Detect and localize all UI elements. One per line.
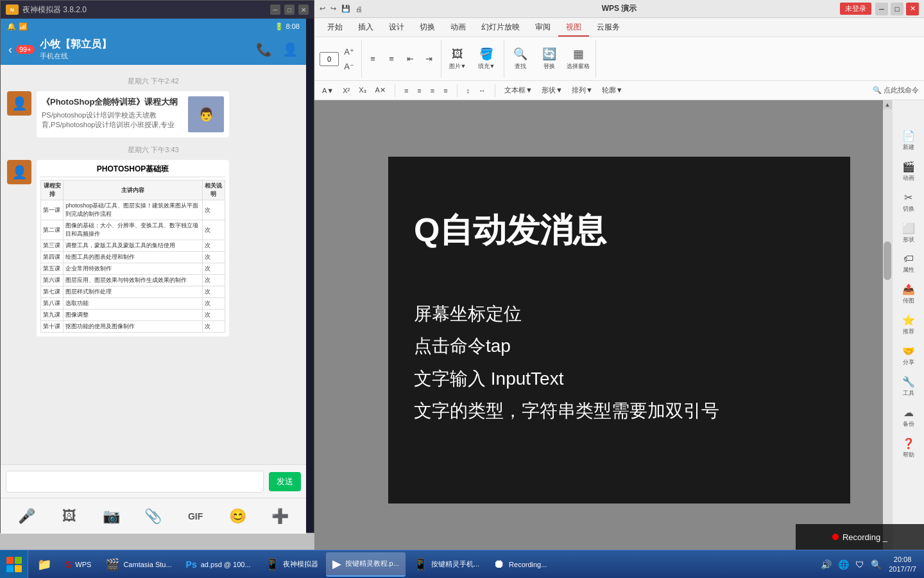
wechat-send-btn[interactable]: 发送 [269, 472, 301, 491]
sidebar-help[interactable]: ❓ 帮助 [894, 434, 923, 463]
sidebar-transition[interactable]: ✂ 切换 [894, 188, 923, 217]
replace-btn[interactable]: 🔄 替换 [536, 41, 563, 77]
sidebar-backup[interactable]: ☁ 备份 [894, 403, 923, 432]
taskbar-camtasia[interactable]: 🎬 Camtasia Stu... [99, 552, 178, 577]
sidebar-recommend[interactable]: ⭐ 推荐 [894, 310, 923, 340]
sidebar-upload[interactable]: 📤 传图 [894, 279, 923, 309]
find-command-hint[interactable]: 🔍 点此找命令 [873, 85, 919, 95]
table-row: 第二课图像的基础：大小、分辨率、变换工具、数字独立项目和高频操作次 [41, 220, 225, 240]
sidebar-new[interactable]: 📄 新建 [894, 126, 923, 155]
superscript-btn[interactable]: X² [340, 85, 352, 96]
tab-design[interactable]: 设计 [381, 19, 412, 37]
wechat-header-icons: 📞 👤 [256, 42, 298, 57]
subscript-btn[interactable]: X₂ [356, 85, 368, 96]
clear-format-btn[interactable]: A✕ [373, 85, 388, 96]
align-right-btn[interactable]: ≡ [428, 85, 437, 96]
text-format-btn[interactable]: A▼ [320, 85, 336, 96]
wechat-text-input[interactable] [6, 471, 264, 493]
char-spacing-btn[interactable]: ↔ [476, 85, 488, 96]
taskbar-anjian-phone[interactable]: 📱 按键精灵手机... [407, 552, 486, 577]
tab-view[interactable]: 视图 [558, 19, 589, 37]
wps-close-btn[interactable]: ✕ [906, 3, 919, 15]
camera-icon[interactable]: 📷 [101, 506, 121, 527]
text-style-btn[interactable]: 文本框▼ [502, 84, 535, 96]
justify-btn[interactable]: ≡ [441, 85, 450, 96]
redo-icon[interactable]: ↪ [330, 4, 336, 13]
sidebar-animation[interactable]: 🎬 动画 [894, 157, 923, 186]
nox-restore-btn[interactable]: □ [284, 4, 295, 15]
scroll-up-btn[interactable]: ▲ [883, 100, 892, 109]
align-left-btn[interactable]: ≡ [402, 85, 411, 96]
more-icon[interactable]: ➕ [270, 506, 290, 527]
fill-btn[interactable]: 🪣 填充▼ [473, 41, 500, 77]
sidebar-shape[interactable]: ⬜ 形状 [894, 218, 923, 248]
sidebar-tools[interactable]: 🔧 工具 [894, 372, 923, 401]
gif-icon[interactable]: GIF [185, 506, 206, 527]
taskbar-nox[interactable]: 📱 夜神模拟器 [259, 552, 325, 577]
tray-clock[interactable]: 20:08 2017/7/7 [886, 555, 919, 574]
file-icon[interactable]: 📎 [143, 506, 164, 527]
tab-animation[interactable]: 动画 [443, 19, 474, 37]
sidebar-share[interactable]: 🤝 分享 [894, 341, 923, 371]
search-tray-icon[interactable]: 🔍 [869, 558, 884, 571]
font-size-input[interactable] [320, 52, 339, 66]
wps-minimize-btn[interactable]: ─ [875, 3, 888, 15]
slide-area[interactable]: Q自动发消息 屏幕坐标定位 点击命令tap 文字输入 InputText 文字的… [314, 100, 924, 560]
table-row: 第四课绘图工具的图表处理和制作次 [41, 252, 225, 263]
tab-cloud[interactable]: 云服务 [589, 19, 628, 37]
wechat-container: 🔔 📶 🔋 8:08 ‹ 99+ 小牧【郭立员】 手机在线 📞 👤 [1, 19, 306, 534]
voice-call-icon[interactable]: 📞 [256, 42, 272, 57]
taskbar-wps[interactable]: S WPS [59, 552, 98, 577]
indent-decrease-btn[interactable]: ⇤ [402, 52, 418, 66]
select-pane-btn[interactable]: ▦ 选择窗格 [565, 41, 592, 77]
tab-review[interactable]: 审阅 [527, 19, 558, 37]
tab-slideshow[interactable]: 幻灯片放映 [474, 19, 527, 37]
table-row: 第五课企业常用特效制作次 [41, 263, 225, 275]
save-icon[interactable]: 💾 [341, 4, 350, 13]
select-pane-icon: ▦ [573, 47, 584, 61]
scroll-track[interactable] [883, 109, 892, 551]
tab-switch[interactable]: 切换 [412, 19, 443, 37]
line-spacing-btn[interactable]: ↕ [464, 85, 473, 96]
font-size-up-btn[interactable]: A⁺ [341, 44, 357, 58]
nox-minimize-btn[interactable]: ─ [270, 4, 280, 15]
find-btn[interactable]: 🔍 查找 [507, 41, 534, 77]
font-size-down-btn[interactable]: A⁻ [341, 59, 357, 73]
tab-start[interactable]: 开始 [320, 19, 350, 37]
sidebar-properties[interactable]: 🏷 属性 [894, 249, 923, 278]
start-button[interactable] [0, 550, 28, 579]
voice-input-icon[interactable]: 🎤 [17, 506, 37, 527]
indent-increase-btn[interactable]: ⇥ [420, 52, 437, 66]
volume-icon[interactable]: 🔊 [819, 558, 834, 571]
divider-1 [395, 84, 395, 97]
arrange-btn[interactable]: 排列▼ [569, 84, 595, 96]
contact-icon[interactable]: 👤 [282, 42, 298, 57]
tab-insert[interactable]: 插入 [350, 19, 381, 37]
taskbar-anjian-tutorial[interactable]: ▶ 按键精灵教程.p... [326, 552, 406, 577]
align-center-btn[interactable]: ≡ [415, 85, 424, 96]
scroll-thumb[interactable] [884, 241, 891, 280]
wps-vscroll[interactable]: ▲ ▼ [883, 100, 892, 560]
outline-btn[interactable]: 轮廓▼ [599, 84, 626, 96]
wechat-back-btn[interactable]: ‹ [8, 43, 12, 57]
wechat-chat-area[interactable]: 星期六 下午2:42 👤 《PhotoShop全能特训班》课程大纲 PS/pho… [1, 65, 306, 464]
nox-close-btn[interactable]: ✕ [298, 4, 309, 15]
network-icon[interactable]: 🌐 [836, 558, 851, 571]
undo-icon[interactable]: ↩ [320, 4, 325, 13]
taskbar-photoshop[interactable]: Ps ad.psd @ 100... [180, 552, 257, 577]
taskbar-recording[interactable]: ⏺ Recording... [487, 552, 553, 577]
table-cell: 图像调整 [64, 310, 203, 321]
num-list-btn[interactable]: ≡ [383, 52, 400, 66]
nox-taskbar-icon: 📱 [265, 557, 279, 572]
security-icon[interactable]: 🛡 [853, 558, 866, 571]
bullet-list-btn[interactable]: ≡ [364, 52, 381, 66]
wps-restore-btn[interactable]: □ [891, 3, 903, 15]
print-icon[interactable]: 🖨 [355, 5, 363, 13]
login-btn[interactable]: 未登录 [840, 3, 871, 15]
insert-image-btn[interactable]: 🖼 图片▼ [444, 41, 471, 77]
table-cell: 第三课 [41, 240, 64, 252]
shape-btn[interactable]: 形状▼ [539, 84, 565, 96]
emoji-icon[interactable]: 😊 [227, 506, 248, 527]
image-icon[interactable]: 🖼 [59, 506, 80, 527]
taskbar-file-explorer[interactable]: 📁 [31, 552, 58, 577]
